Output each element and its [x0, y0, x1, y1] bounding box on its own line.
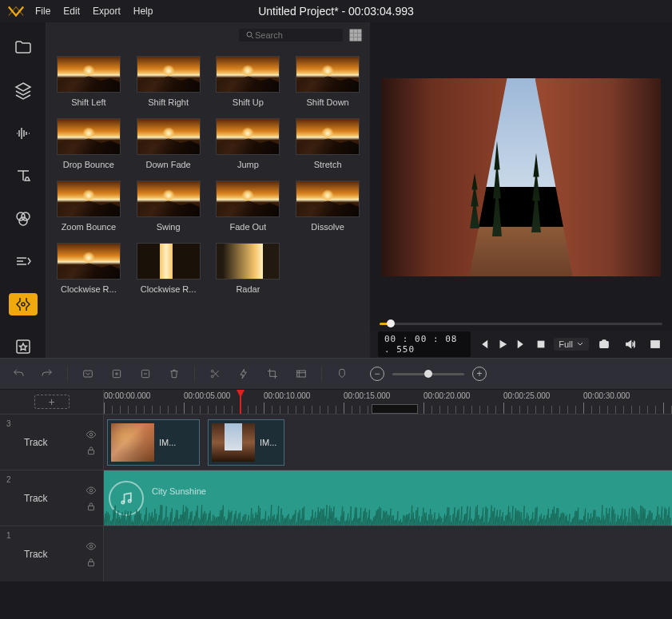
tool-media[interactable] [9, 37, 38, 59]
effect-label: Shift Right [148, 97, 189, 107]
tool-animations[interactable] [9, 293, 38, 315]
svg-rect-19 [84, 371, 93, 377]
tool-btn-2[interactable] [108, 365, 125, 383]
tool-favorites[interactable] [9, 336, 38, 359]
svg-rect-13 [354, 38, 357, 41]
effect-label: Shift Down [307, 97, 349, 107]
ruler-clip[interactable] [372, 404, 418, 414]
tool-text[interactable] [9, 165, 38, 188]
menu-edit[interactable]: Edit [63, 6, 80, 17]
effect-item[interactable]: Fade Out [211, 181, 286, 232]
effect-label: Stretch [314, 160, 342, 169]
eye-icon[interactable] [85, 429, 97, 440]
search-input[interactable] [255, 30, 327, 40]
effect-item[interactable]: Jump [211, 118, 286, 169]
track-number: 3 [6, 419, 11, 428]
lock-icon[interactable] [85, 557, 97, 568]
tool-filters[interactable] [9, 208, 38, 230]
effect-thumbnail [216, 243, 280, 280]
effect-item[interactable]: Drop Bounce [51, 118, 126, 169]
zoom-slider[interactable] [392, 373, 464, 375]
effect-label: Fade Out [229, 222, 266, 232]
zoom-in-button[interactable]: + [472, 367, 487, 381]
stop-button[interactable] [535, 335, 547, 353]
track-name: Track [24, 549, 48, 560]
effect-item[interactable]: Swing [131, 181, 206, 232]
effect-label: Zoom Bounce [62, 222, 116, 232]
effect-label: Radar [236, 284, 260, 294]
video-clip-1[interactable]: IM... [107, 419, 200, 466]
prev-frame-button[interactable] [477, 335, 490, 353]
tool-transitions[interactable] [9, 251, 38, 273]
speed-button[interactable] [235, 365, 252, 383]
menu-export[interactable]: Export [93, 6, 121, 17]
time-ruler[interactable]: 00:00:00.00000:00:05.00000:00:10.00000:0… [104, 390, 672, 414]
effect-thumbnail [296, 118, 360, 155]
effect-item[interactable]: Down Fade [131, 118, 206, 169]
svg-point-25 [89, 433, 93, 436]
undo-button[interactable] [10, 365, 27, 383]
play-button[interactable] [496, 335, 509, 353]
effect-item[interactable]: Shift Left [51, 56, 126, 107]
tool-btn-3[interactable] [137, 365, 154, 383]
svg-rect-9 [350, 34, 353, 37]
effect-label: Drop Bounce [63, 160, 114, 169]
volume-button[interactable] [621, 335, 638, 353]
tool-layers[interactable] [9, 80, 38, 102]
tool-btn-1[interactable] [79, 365, 97, 383]
menu-file[interactable]: File [35, 6, 50, 17]
menu-help[interactable]: Help [133, 6, 153, 17]
effect-item[interactable]: Clockwise R... [131, 243, 206, 294]
effect-item[interactable]: Shift Up [211, 56, 286, 107]
effect-item[interactable]: Dissolve [290, 181, 365, 232]
zoom-out-button[interactable]: − [370, 367, 384, 381]
delete-button[interactable] [165, 365, 183, 383]
add-track-button[interactable]: + [34, 395, 70, 409]
effect-label: Clockwise R... [61, 284, 117, 294]
track-name: Track [24, 437, 48, 448]
track-header-2[interactable]: 2 Track [0, 470, 104, 526]
track-header-3[interactable]: 3 Track [0, 415, 104, 470]
ruler-label: 00:00:10.000 [264, 391, 310, 400]
svg-point-3 [22, 303, 25, 306]
svg-rect-15 [538, 341, 545, 348]
effect-item[interactable]: Shift Right [131, 56, 206, 107]
crop-button[interactable] [264, 365, 281, 383]
svg-rect-12 [350, 38, 353, 41]
tool-btn-7[interactable] [292, 365, 310, 383]
split-button[interactable] [206, 365, 224, 383]
effect-item[interactable]: Stretch [290, 118, 365, 169]
svg-rect-7 [354, 30, 357, 33]
snapshot-button[interactable] [595, 335, 613, 353]
tool-audio[interactable] [9, 122, 38, 145]
grid-view-icon[interactable] [349, 29, 362, 42]
fullscreen-button[interactable] [646, 335, 664, 353]
effect-thumbnail [57, 118, 121, 155]
clip-label: IM... [159, 438, 176, 447]
preview-viewport[interactable] [381, 78, 661, 276]
effect-thumbnail [137, 56, 201, 93]
lock-icon[interactable] [85, 445, 97, 456]
video-clip-2[interactable]: IM... [208, 419, 284, 466]
next-frame-button[interactable] [515, 335, 528, 353]
effect-label: Dissolve [311, 222, 344, 232]
redo-button[interactable] [38, 365, 56, 383]
effect-item[interactable]: Zoom Bounce [51, 181, 126, 232]
effect-item[interactable]: Radar [211, 243, 286, 294]
effect-item[interactable]: Clockwise R... [51, 243, 126, 294]
svg-point-17 [602, 343, 606, 346]
effect-item[interactable]: Shift Down [290, 56, 365, 107]
track-header-1[interactable]: 1 Track [0, 526, 104, 581]
svg-point-27 [89, 489, 93, 492]
timeline-toolbar: − + [0, 358, 672, 390]
eye-icon[interactable] [85, 485, 97, 496]
svg-rect-26 [89, 450, 94, 454]
seek-bar[interactable] [380, 323, 662, 325]
marker-button[interactable] [333, 365, 351, 383]
quality-select[interactable]: Full [554, 338, 589, 351]
menubar: File Edit Export Help Untitled Project* … [0, 0, 672, 22]
lock-icon[interactable] [85, 501, 97, 512]
search-box[interactable] [239, 29, 343, 42]
eye-icon[interactable] [85, 541, 97, 552]
audio-clip[interactable]: City Sunshine [104, 470, 672, 526]
